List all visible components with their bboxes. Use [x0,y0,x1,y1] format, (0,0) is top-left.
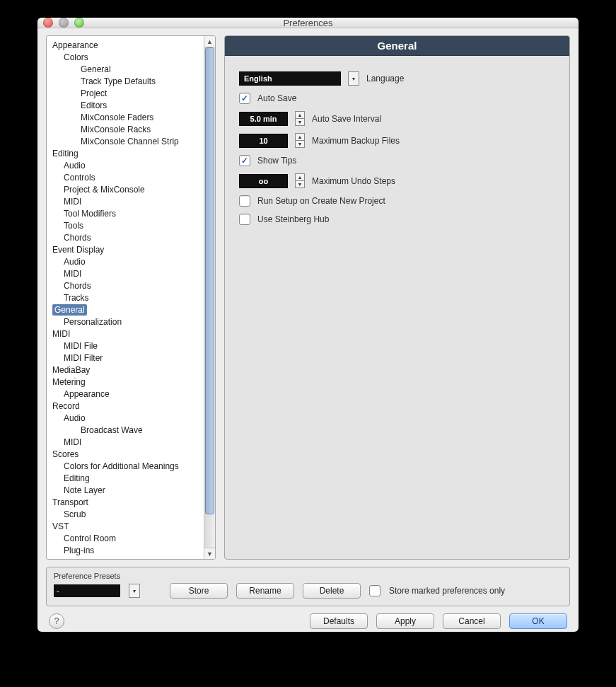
runsetup-checkbox[interactable] [239,195,250,207]
sidebar-item-label: Tools [64,221,83,231]
sidebar-list[interactable]: AppearanceColorsGeneralTrack Type Defaul… [47,36,204,559]
close-button[interactable] [43,18,53,28]
sidebar-item[interactable]: Personalization [47,316,204,328]
language-select[interactable]: English [239,71,341,86]
undo-stepper[interactable]: ▲▼ [295,173,305,188]
dropdown-icon[interactable]: ▾ [348,71,359,86]
backup-stepper[interactable]: ▲▼ [295,133,305,148]
interval-field[interactable]: 5.0 min [239,112,288,126]
sidebar-item[interactable]: MIDI [47,195,204,207]
sidebar-item-label: Note Layer [64,485,105,495]
hub-label: Use Steinberg Hub [257,214,329,224]
sidebar-item[interactable]: Broadcast Wave [47,424,204,436]
dropdown-icon[interactable]: ▾ [129,584,140,598]
sidebar-item-label: Chords [64,281,91,291]
sidebar-item[interactable]: Editing [47,472,204,484]
sidebar-scrollbar[interactable]: ▲ ▼ [204,36,215,559]
sidebar-item[interactable]: Control Room [47,532,204,544]
stepper-down-icon[interactable]: ▼ [296,141,304,147]
sidebar-item[interactable]: Metering [47,376,204,388]
hub-checkbox[interactable] [239,214,250,225]
sidebar-item[interactable]: Chords [47,279,204,291]
sidebar-item[interactable]: MIDI [47,328,204,340]
sidebar-item[interactable]: Audio [47,255,204,267]
help-button[interactable]: ? [49,613,64,629]
sidebar-item[interactable]: MIDI Filter [47,352,204,364]
sidebar-item[interactable]: Record [47,400,204,412]
hub-row: Use Steinberg Hub [239,214,555,225]
sidebar-item[interactable]: MIDI [47,267,204,279]
sidebar-item[interactable]: Chords [47,231,204,243]
sidebar-item[interactable]: Audio [47,412,204,424]
sidebar-item[interactable]: General [47,304,204,316]
sidebar-item-label: Plug-ins [64,545,94,555]
sidebar-item-label: Tracks [64,293,89,303]
stepper-up-icon[interactable]: ▲ [296,174,304,181]
rename-button[interactable]: Rename [236,583,294,599]
preset-select[interactable]: - [54,584,120,597]
undo-label: Maximum Undo Steps [312,176,395,186]
sidebar-item-label: MediaBay [52,365,90,375]
sidebar-item-label: MIDI [52,329,70,339]
sidebar-item[interactable]: Project & MixConsole [47,183,204,195]
sidebar-item[interactable]: VST [47,520,204,532]
marked-label: Store marked preferences only [389,586,505,596]
sidebar-item-label: Project & MixConsole [64,185,145,195]
stepper-up-icon[interactable]: ▲ [296,112,304,119]
sidebar-item[interactable]: Tracks [47,291,204,304]
stepper-down-icon[interactable]: ▼ [296,119,304,125]
backup-row: 10 ▲▼ Maximum Backup Files [239,133,555,148]
interval-stepper[interactable]: ▲▼ [295,111,305,126]
sidebar-item[interactable]: Track Type Defaults [47,75,204,87]
sidebar-item[interactable]: Event Display [47,243,204,255]
cancel-button[interactable]: Cancel [443,613,501,629]
traffic-lights [37,18,84,28]
sidebar-item[interactable]: Scrub [47,508,204,520]
delete-button[interactable]: Delete [303,583,361,599]
sidebar-item[interactable]: MIDI File [47,340,204,352]
autosave-checkbox[interactable] [239,93,250,104]
stepper-up-icon[interactable]: ▲ [296,134,304,141]
ok-button[interactable]: OK [509,613,567,629]
sidebar-item[interactable]: Tool Modifiers [47,207,204,219]
sidebar-item[interactable]: Audio [47,159,204,171]
sidebar-item[interactable]: Project [47,87,204,99]
showtips-checkbox[interactable] [239,155,250,166]
sidebar-item[interactable]: Controls [47,171,204,183]
stepper-down-icon[interactable]: ▼ [296,181,304,187]
sidebar-item[interactable]: Colors [47,51,204,63]
scroll-up-icon[interactable]: ▲ [204,36,215,47]
sidebar-item[interactable]: MIDI [47,436,204,448]
sidebar-item-label: Track Type Defaults [81,76,156,86]
window-title: Preferences [37,18,579,28]
zoom-button[interactable] [74,18,84,28]
scroll-thumb[interactable] [205,47,214,514]
sidebar-item[interactable]: MixConsole Faders [47,111,204,123]
sidebar-item[interactable]: Colors for Additional Meanings [47,460,204,472]
apply-button[interactable]: Apply [376,613,434,629]
sidebar-item[interactable]: General [47,63,204,75]
minimize-button[interactable] [59,18,69,28]
marked-checkbox[interactable] [369,585,380,596]
store-button[interactable]: Store [170,583,228,599]
sidebar-item[interactable]: Transport [47,496,204,508]
language-label: Language [366,74,404,83]
scroll-down-icon[interactable]: ▼ [204,548,215,559]
defaults-button[interactable]: Defaults [310,613,368,629]
sidebar-item[interactable]: MixConsole Racks [47,123,204,135]
sidebar-item[interactable]: Appearance [47,39,204,51]
undo-field[interactable]: oo [239,174,288,188]
sidebar-item[interactable]: MixConsole Channel Strip [47,135,204,147]
sidebar-item[interactable]: Plug-ins [47,544,204,556]
sidebar-item[interactable]: Note Layer [47,484,204,496]
backup-field[interactable]: 10 [239,134,288,148]
sidebar-item[interactable]: Editing [47,147,204,159]
sidebar-item[interactable]: Scores [47,448,204,460]
sidebar-item[interactable]: MediaBay [47,364,204,376]
sidebar-item-label: Transport [52,497,88,507]
sidebar-item[interactable]: Editors [47,99,204,111]
scroll-track[interactable] [204,47,215,548]
sidebar-item[interactable]: Tools [47,219,204,231]
content-area: AppearanceColorsGeneralTrack Type Defaul… [37,28,579,632]
sidebar-item[interactable]: Appearance [47,388,204,400]
